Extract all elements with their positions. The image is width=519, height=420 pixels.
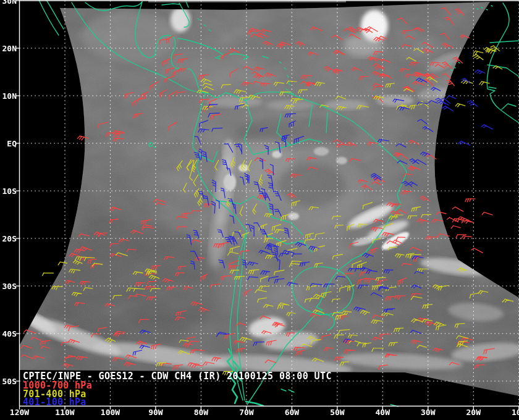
- lon-tick-label: 80W: [194, 408, 209, 417]
- lat-tick-label: 40S: [2, 329, 17, 338]
- lat-tick-label: 50S: [2, 377, 17, 386]
- legend-item-high: 401-100 hPa: [23, 397, 86, 408]
- lon-tick-label: 90W: [148, 408, 163, 417]
- lon-tick-label: 40W: [376, 408, 390, 417]
- lon-tick-label: 100W: [101, 408, 120, 417]
- lat-tick-label: 20S: [2, 234, 17, 243]
- lat-tick-label: 10N: [2, 91, 17, 101]
- goes-ir-wind-map: 120W110W100W90W80W70W60W50W40W30W20W10W3…: [0, 0, 519, 420]
- lon-tick-label: 30W: [421, 408, 436, 417]
- lon-tick-label: 10W: [512, 408, 519, 417]
- lon-tick-label: 50W: [330, 408, 345, 417]
- map-canvas: 120W110W100W90W80W70W60W50W40W30W20W10W3…: [0, 0, 519, 420]
- lon-tick-label: 70W: [239, 408, 254, 417]
- lat-tick-label: EQ: [7, 139, 17, 148]
- lon-tick-label: 60W: [285, 408, 300, 417]
- lat-tick-label: 30S: [2, 282, 17, 291]
- lon-tick-label: 110W: [55, 408, 74, 417]
- lat-tick-label: 30N: [2, 0, 17, 6]
- lon-tick-label: 120W: [10, 408, 29, 417]
- lon-tick-label: 20W: [466, 408, 481, 417]
- lat-tick-label: 10S: [2, 187, 17, 196]
- lat-tick-label: 20N: [2, 44, 17, 53]
